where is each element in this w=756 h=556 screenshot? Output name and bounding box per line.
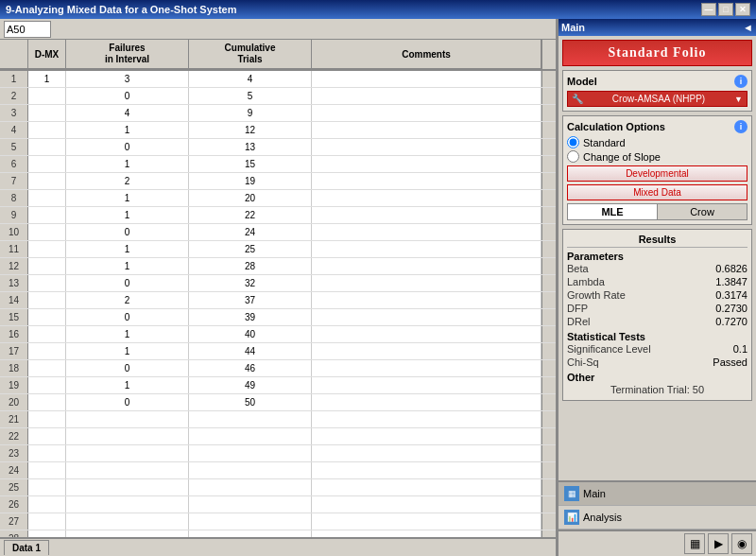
cell-failures[interactable] (66, 462, 189, 478)
cell-dmx[interactable] (28, 462, 66, 478)
cell-dmx[interactable] (28, 343, 66, 359)
cell-failures[interactable] (66, 445, 189, 461)
cell-comments[interactable] (312, 496, 541, 513)
cell-dmx[interactable] (28, 156, 66, 172)
cell-comments[interactable] (312, 122, 541, 138)
cell-cumulative[interactable]: 19 (189, 173, 312, 189)
cell-failures[interactable] (66, 428, 189, 444)
cell-dmx[interactable] (28, 445, 66, 461)
cell-dmx[interactable] (28, 224, 66, 240)
cell-cumulative[interactable] (189, 530, 312, 537)
radio-standard[interactable] (567, 136, 579, 148)
cell-cumulative[interactable] (189, 513, 312, 530)
crow-button[interactable]: Crow (658, 204, 747, 219)
cell-failures[interactable]: 0 (66, 224, 189, 240)
cell-comments[interactable] (312, 207, 541, 223)
cell-cumulative[interactable] (189, 462, 312, 478)
cell-dmx[interactable] (28, 377, 66, 393)
cell-failures[interactable] (66, 513, 189, 530)
cell-dmx[interactable] (28, 496, 66, 513)
cell-cumulative[interactable]: 4 (189, 71, 312, 87)
cell-cumulative[interactable]: 12 (189, 122, 312, 138)
cell-failures[interactable]: 1 (66, 190, 189, 206)
calc-info-button[interactable]: i (734, 120, 747, 133)
toolbar-btn3[interactable]: ◉ (731, 533, 752, 554)
cell-failures[interactable]: 1 (66, 326, 189, 342)
cell-cumulative[interactable] (189, 496, 312, 513)
cell-failures[interactable]: 3 (66, 71, 189, 87)
cell-dmx[interactable] (28, 88, 66, 104)
cell-cumulative[interactable]: 25 (189, 241, 312, 257)
cell-failures[interactable]: 0 (66, 88, 189, 104)
cell-cumulative[interactable]: 40 (189, 326, 312, 342)
minimize-button[interactable]: — (701, 3, 716, 16)
cell-cumulative[interactable]: 44 (189, 343, 312, 359)
cell-cumulative[interactable]: 5 (189, 88, 312, 104)
cell-dmx[interactable] (28, 207, 66, 223)
toolbar-btn1[interactable]: ▦ (684, 533, 705, 554)
cell-failures[interactable]: 1 (66, 258, 189, 274)
model-dropdown-icon[interactable]: ▼ (734, 95, 743, 104)
cell-dmx[interactable] (28, 428, 66, 444)
model-info-button[interactable]: i (734, 75, 747, 88)
cell-dmx[interactable] (28, 411, 66, 427)
cell-dmx[interactable] (28, 513, 66, 530)
cell-dmx[interactable] (28, 275, 66, 291)
cell-dmx[interactable] (28, 122, 66, 138)
cell-cumulative[interactable]: 32 (189, 275, 312, 291)
cell-cumulative[interactable] (189, 445, 312, 461)
cell-dmx[interactable] (28, 309, 66, 325)
cell-dmx[interactable] (28, 394, 66, 410)
cell-dmx[interactable] (28, 326, 66, 342)
cell-failures[interactable]: 1 (66, 122, 189, 138)
tab-data1[interactable]: Data 1 (4, 540, 49, 555)
cell-cumulative[interactable] (189, 411, 312, 427)
cell-failures[interactable]: 1 (66, 377, 189, 393)
cell-failures[interactable]: 1 (66, 343, 189, 359)
cell-comments[interactable] (312, 105, 541, 121)
cell-cumulative[interactable]: 37 (189, 292, 312, 308)
cell-failures[interactable]: 0 (66, 360, 189, 376)
cell-cumulative[interactable]: 50 (189, 394, 312, 410)
cell-comments[interactable] (312, 428, 541, 444)
cell-cumulative[interactable]: 20 (189, 190, 312, 206)
cell-dmx[interactable] (28, 530, 66, 537)
cell-dmx[interactable]: 1 (28, 71, 66, 87)
cell-comments[interactable] (312, 360, 541, 376)
cell-comments[interactable] (312, 88, 541, 104)
cell-failures[interactable]: 0 (66, 394, 189, 410)
cell-comments[interactable] (312, 343, 541, 359)
cell-dmx[interactable] (28, 292, 66, 308)
cell-comments[interactable] (312, 377, 541, 393)
cell-cumulative[interactable] (189, 428, 312, 444)
collapse-icon[interactable]: ◄ (743, 22, 753, 33)
cell-cumulative[interactable]: 39 (189, 309, 312, 325)
cell-dmx[interactable] (28, 360, 66, 376)
cell-comments[interactable] (312, 71, 541, 87)
cell-comments[interactable] (312, 326, 541, 342)
cell-comments[interactable] (312, 479, 541, 495)
cell-comments[interactable] (312, 156, 541, 172)
cell-dmx[interactable] (28, 258, 66, 274)
cell-comments[interactable] (312, 462, 541, 478)
cell-cumulative[interactable]: 28 (189, 258, 312, 274)
developmental-button[interactable]: Developmental (567, 165, 747, 182)
cell-dmx[interactable] (28, 173, 66, 189)
cell-comments[interactable] (312, 139, 541, 155)
cell-cumulative[interactable]: 24 (189, 224, 312, 240)
cell-comments[interactable] (312, 258, 541, 274)
cell-comments[interactable] (312, 411, 541, 427)
mixed-data-button[interactable]: Mixed Data (567, 184, 747, 200)
cell-comments[interactable] (312, 190, 541, 206)
cell-cumulative[interactable] (189, 479, 312, 495)
cell-cumulative[interactable]: 22 (189, 207, 312, 223)
cell-comments[interactable] (312, 394, 541, 410)
cell-failures[interactable]: 1 (66, 156, 189, 172)
cell-comments[interactable] (312, 173, 541, 189)
cell-comments[interactable] (312, 530, 541, 537)
cell-failures[interactable]: 1 (66, 241, 189, 257)
cell-dmx[interactable] (28, 105, 66, 121)
cell-dmx[interactable] (28, 190, 66, 206)
cell-cumulative[interactable]: 9 (189, 105, 312, 121)
cell-failures[interactable] (66, 411, 189, 427)
